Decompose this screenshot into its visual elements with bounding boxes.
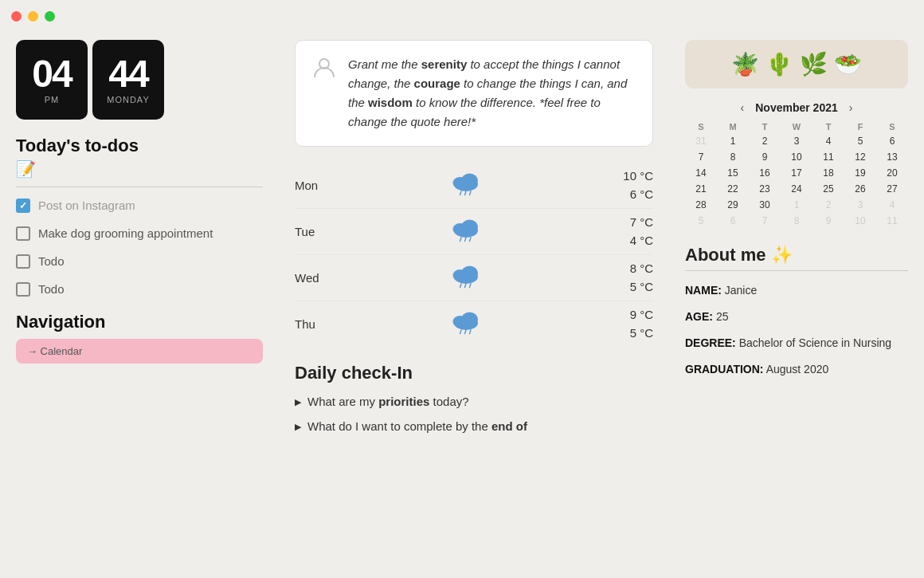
weather-day-label: Tue (295, 225, 343, 238)
calendar-day[interactable]: 2 (812, 197, 844, 213)
weather-cloud-icon (343, 306, 589, 342)
todo-checkbox[interactable] (16, 282, 30, 297)
checkin-section: Daily check-In ▶ What are my priorities … (295, 363, 653, 435)
calendar-day[interactable]: 11 (876, 213, 908, 229)
todo-item[interactable]: Post on Instagram (16, 197, 263, 214)
quote-person-icon (311, 55, 337, 86)
navigation-button[interactable]: → Calendar (16, 339, 263, 364)
checkin-item-1: ▶ What are my priorities today? (295, 393, 653, 411)
calendar-day[interactable]: 30 (749, 197, 781, 213)
minimize-button[interactable] (28, 11, 38, 22)
todo-text: Make dog grooming appointment (38, 225, 213, 242)
cal-header-w: W (781, 120, 812, 133)
calendar-week-row: 31123456 (685, 133, 908, 149)
calendar-day[interactable]: 12 (844, 149, 876, 165)
svg-line-6 (470, 191, 472, 195)
calendar-day[interactable]: 27 (876, 181, 908, 197)
calendar-day[interactable]: 9 (812, 213, 844, 229)
calendar-day[interactable]: 26 (844, 181, 876, 197)
calendar-next-button[interactable]: › (846, 101, 856, 114)
calendar-day[interactable]: 15 (717, 165, 749, 181)
clock-hour: 04 (32, 55, 71, 93)
calendar-day[interactable]: 1 (781, 197, 812, 213)
calendar-day[interactable]: 17 (781, 165, 812, 181)
todo-text: Todo (38, 253, 65, 269)
middle-column: Grant me the serenity to accept the thin… (279, 40, 669, 570)
todo-checkbox[interactable] (16, 226, 30, 241)
svg-line-5 (465, 191, 467, 195)
calendar-day[interactable]: 24 (781, 181, 812, 197)
calendar-day[interactable]: 13 (876, 149, 908, 165)
calendar-day[interactable]: 4 (812, 133, 844, 149)
clock-minute-block: 44 MONDAY (92, 40, 164, 120)
calendar-day[interactable]: 10 (781, 149, 812, 165)
calendar-day[interactable]: 7 (749, 213, 781, 229)
calendar-day[interactable]: 7 (685, 149, 717, 165)
todo-item[interactable]: Todo (16, 253, 263, 269)
calendar-week-row: 21222324252627 (685, 181, 908, 197)
todos-title: Today's to-dos (16, 136, 263, 156)
right-column: 🪴 🌵 🌿 🥗 ‹ November 2021 › S M T W T (669, 40, 908, 570)
svg-line-24 (470, 330, 472, 334)
calendar-prev-button[interactable]: ‹ (738, 101, 748, 114)
cal-header-s1: S (685, 120, 717, 133)
calendar-day[interactable]: 22 (717, 181, 749, 197)
about-section: About me ✨ NAME: JaniceAGE: 25DEGREE: Ba… (685, 245, 908, 378)
calendar-day[interactable]: 18 (812, 165, 844, 181)
svg-line-4 (460, 191, 462, 195)
calendar-day[interactable]: 21 (685, 181, 717, 197)
about-fields: NAME: JaniceAGE: 25DEGREE: Bachelor of S… (685, 282, 908, 378)
calendar-day[interactable]: 5 (685, 213, 717, 229)
weather-temps: 10 °C6 °C (589, 167, 653, 203)
calendar-day[interactable]: 14 (685, 165, 717, 181)
cal-header-t2: T (812, 120, 844, 133)
calendar-day[interactable]: 31 (685, 133, 717, 149)
weather-row: Thu 9 °C5 °C (295, 301, 653, 347)
weather-widget: Mon 10 °C6 °CTue 7 °C4 °CWed 8 °C5 °CThu… (295, 163, 653, 347)
calendar-day[interactable]: 6 (876, 133, 908, 149)
calendar-day[interactable]: 2 (749, 133, 781, 149)
calendar-day[interactable]: 9 (749, 149, 781, 165)
close-button[interactable] (11, 11, 22, 22)
calendar-day[interactable]: 29 (717, 197, 749, 213)
todo-item[interactable]: Todo (16, 281, 263, 297)
calendar-header: ‹ November 2021 › (685, 101, 908, 114)
about-field: AGE: 25 (685, 309, 908, 325)
titlebar (0, 0, 924, 32)
calendar-week-row: 2829301234 (685, 197, 908, 213)
calendar-day[interactable]: 11 (812, 149, 844, 165)
calendar-day[interactable]: 1 (717, 133, 749, 149)
todo-item[interactable]: Make dog grooming appointment (16, 225, 263, 242)
todo-checkbox[interactable] (16, 199, 30, 213)
calendar-day[interactable]: 23 (749, 181, 781, 197)
about-field: NAME: Janice (685, 282, 908, 299)
calendar-day[interactable]: 8 (717, 149, 749, 165)
calendar-grid: S M T W T F S 31123456789101112131415161… (685, 120, 908, 229)
calendar-day[interactable]: 25 (812, 181, 844, 197)
todo-checkbox[interactable] (16, 254, 30, 269)
calendar-week-row: 78910111213 (685, 149, 908, 165)
about-field: DEGREE: Bachelor of Science in Nursing (685, 335, 908, 352)
maximize-button[interactable] (45, 11, 55, 22)
calendar-day[interactable]: 3 (781, 133, 812, 149)
calendar-day[interactable]: 28 (685, 197, 717, 213)
calendar-day[interactable]: 8 (781, 213, 812, 229)
svg-line-11 (465, 238, 467, 242)
cal-header-m: M (717, 120, 749, 133)
calendar-day[interactable]: 6 (717, 213, 749, 229)
calendar-day[interactable]: 16 (749, 165, 781, 181)
todo-list: Post on InstagramMake dog grooming appoi… (16, 197, 263, 297)
weather-cloud-icon (343, 260, 589, 296)
weather-cloud-icon (343, 167, 589, 203)
checkin-title: Daily check-In (295, 363, 653, 383)
calendar-day[interactable]: 4 (876, 197, 908, 213)
clock-hour-block: 04 PM (16, 40, 88, 120)
calendar-day[interactable]: 20 (876, 165, 908, 181)
checkin-text-2: What do I want to complete by the end of (307, 418, 527, 436)
svg-line-18 (470, 284, 472, 288)
calendar-day[interactable]: 19 (844, 165, 876, 181)
calendar-month-label: November 2021 (755, 101, 838, 114)
calendar-day[interactable]: 3 (844, 197, 876, 213)
calendar-day[interactable]: 10 (844, 213, 876, 229)
calendar-day[interactable]: 5 (844, 133, 876, 149)
